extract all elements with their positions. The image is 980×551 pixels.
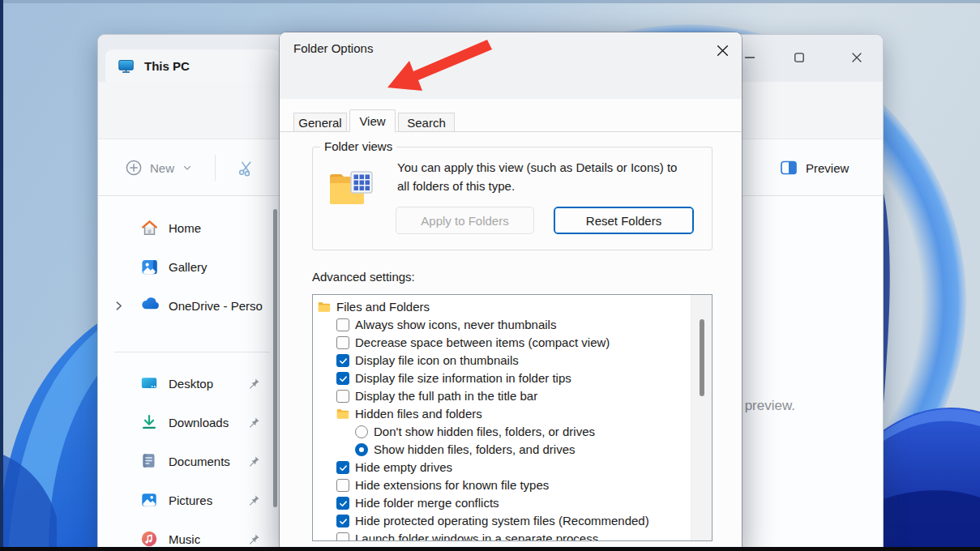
scrollbar-thumb[interactable] <box>700 319 704 396</box>
advanced-settings-label: Advanced settings: <box>312 270 415 284</box>
advanced-setting-label: Hide protected operating system files (R… <box>355 514 649 528</box>
pin-icon <box>247 493 261 507</box>
advanced-setting-label: Display file size information in folder … <box>355 371 571 385</box>
checkbox-unchecked[interactable] <box>336 390 349 403</box>
sidebar-item-documents[interactable]: Documents <box>98 451 280 473</box>
cut-button[interactable] <box>228 150 263 186</box>
sidebar-item-label: Home <box>169 221 201 235</box>
sidebar-item-desktop[interactable]: Desktop <box>98 373 280 395</box>
sidebar-item-label: OneDrive - Perso <box>169 299 263 313</box>
desktop-icon <box>140 374 158 392</box>
toolbar-divider <box>215 155 216 181</box>
advanced-setting-row[interactable]: Launch folder windows in a separate proc… <box>313 530 690 541</box>
pin-icon <box>247 416 261 429</box>
advanced-setting-label: Hidden files and folders <box>355 407 482 421</box>
documents-icon <box>140 452 157 469</box>
folder-grid-icon <box>328 170 374 207</box>
split-pane-icon <box>781 160 797 175</box>
dialog-tab-page: Folder views You c <box>280 131 742 551</box>
folder-views-legend: Folder views <box>320 139 396 153</box>
checkbox-unchecked[interactable] <box>336 318 349 331</box>
advanced-setting-label: Files and Folders <box>336 300 430 314</box>
sidebar-item-label: Gallery <box>169 260 208 274</box>
folder-icon <box>336 408 349 419</box>
sidebar-item-pictures[interactable]: Pictures <box>98 489 280 512</box>
advanced-settings-list[interactable]: Files and FoldersAlways show icons, neve… <box>312 294 713 541</box>
advanced-setting-row[interactable]: Don't show hidden files, folders, or dri… <box>313 423 690 441</box>
sidebar-item-label: Pictures <box>169 493 212 507</box>
advanced-setting-row[interactable]: Decrease space between items (compact vi… <box>313 334 690 352</box>
music-icon <box>140 530 158 548</box>
checkbox-unchecked[interactable] <box>336 479 349 492</box>
sidebar-item-label: Downloads <box>169 416 229 429</box>
checkbox-checked[interactable] <box>336 497 349 510</box>
checkbox-unchecked[interactable] <box>336 336 349 349</box>
checkbox-unchecked[interactable] <box>336 532 349 541</box>
plus-circle-icon <box>126 160 142 176</box>
advanced-setting-row[interactable]: Show hidden files, folders, and drives <box>313 441 690 459</box>
sidebar-item-label: Music <box>169 532 200 546</box>
advanced-settings-scrollbar[interactable] <box>691 295 712 540</box>
preview-toggle-button[interactable]: Preview <box>772 150 857 186</box>
sidebar-item-onedrive[interactable]: OneDrive - Perso <box>98 295 280 318</box>
close-button[interactable] <box>834 46 879 69</box>
advanced-setting-row[interactable]: Hide folder merge conflicts <box>313 494 690 512</box>
pin-icon <box>247 455 261 468</box>
explorer-tab-this-pc[interactable]: This PC <box>105 49 280 82</box>
folder-options-dialog: Folder Options GeneralViewSearch Folder … <box>280 32 742 551</box>
new-button[interactable]: New <box>116 150 202 186</box>
sidebar-item-gallery[interactable]: Gallery <box>98 256 280 279</box>
advanced-setting-label: Show hidden files, folders, and drives <box>374 442 575 456</box>
sidebar-separator <box>114 352 270 352</box>
explorer-tab-label: This PC <box>144 59 190 73</box>
advanced-setting-row[interactable]: Hide empty drives <box>313 459 690 476</box>
new-button-label: New <box>150 161 174 175</box>
checkbox-checked[interactable] <box>336 372 349 385</box>
chevron-down-icon <box>182 163 192 173</box>
onedrive-icon <box>140 297 160 310</box>
advanced-setting-row[interactable]: Always show icons, never thumbnails <box>313 316 690 334</box>
radio-unselected[interactable] <box>355 425 368 438</box>
dialog-tab-view[interactable]: View <box>349 109 396 132</box>
chevron-right-icon[interactable] <box>113 301 124 311</box>
advanced-setting-label: Hide empty drives <box>355 460 452 474</box>
dialog-tab-search[interactable]: Search <box>398 113 455 131</box>
sidebar-item-home[interactable]: Home <box>98 217 280 240</box>
advanced-setting-label: Hide extensions for known file types <box>355 478 549 492</box>
folder-icon <box>318 301 331 312</box>
advanced-setting-label: Don't show hidden files, folders, or dri… <box>374 425 595 438</box>
advanced-setting-row[interactable]: Hidden files and folders <box>313 405 690 423</box>
advanced-setting-row[interactable]: Display file icon on thumbnails <box>313 352 690 369</box>
checkbox-checked[interactable] <box>336 515 349 528</box>
advanced-setting-label: Hide folder merge conflicts <box>355 496 499 510</box>
pin-icon <box>247 532 261 546</box>
sidebar-scrollbar[interactable] <box>273 209 277 507</box>
apply-to-folders-button[interactable]: Apply to Folders <box>396 207 534 234</box>
gallery-icon <box>140 258 159 276</box>
maximize-button[interactable] <box>777 46 822 69</box>
dialog-close-button[interactable] <box>713 41 732 60</box>
advanced-setting-row[interactable]: Display file size information in folder … <box>313 369 690 387</box>
downloads-icon <box>140 413 158 431</box>
advanced-setting-label: Always show icons, never thumbnails <box>355 318 556 331</box>
reset-folders-button[interactable]: Reset Folders <box>554 207 694 234</box>
radio-selected[interactable] <box>355 443 368 456</box>
dialog-title: Folder Options <box>293 41 373 55</box>
preview-button-label: Preview <box>806 161 849 175</box>
scissors-icon <box>237 159 255 177</box>
dialog-tab-general[interactable]: General <box>293 113 347 131</box>
checkbox-checked[interactable] <box>336 354 349 367</box>
sidebar-item-label: Desktop <box>169 377 213 391</box>
advanced-setting-row[interactable]: Hide extensions for known file types <box>313 476 690 494</box>
folder-views-groupbox: Folder views You c <box>312 147 713 250</box>
checkbox-checked[interactable] <box>336 461 349 474</box>
advanced-setting-row[interactable]: Hide protected operating system files (R… <box>313 512 690 530</box>
desktop: This PC Search Th <box>0 0 980 551</box>
sidebar-item-downloads[interactable]: Downloads <box>98 412 280 434</box>
advanced-setting-row[interactable]: Files and Folders <box>313 298 690 316</box>
advanced-setting-row[interactable]: Display the full path in the title bar <box>313 387 690 405</box>
advanced-setting-label: Display file icon on thumbnails <box>355 353 519 367</box>
advanced-setting-label: Decrease space between items (compact vi… <box>355 335 610 349</box>
pictures-icon <box>140 491 158 509</box>
screen-bottom-strip <box>0 547 980 551</box>
